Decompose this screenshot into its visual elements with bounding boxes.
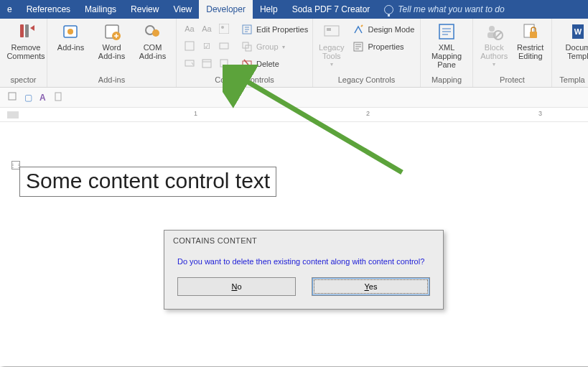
document-template-button[interactable]: W Docum Templ (558, 22, 588, 60)
chevron-down-icon: ▾ (330, 62, 333, 68)
restrict-editing-label: Restrict Editing (515, 43, 546, 60)
legacy-tools-label: Legacy Tools (319, 43, 344, 60)
addins-label: Add-ins (57, 43, 84, 52)
tell-me-search[interactable]: Tell me what you want to do (377, 0, 511, 19)
cc-dropdown-icon[interactable] (182, 56, 197, 70)
svg-text:W: W (574, 27, 582, 36)
group-content-controls-label: Content Controls (182, 74, 307, 87)
block-authors-button[interactable]: Block Authors ▾ (479, 22, 510, 68)
cc-buildingblock-icon[interactable] (182, 39, 197, 53)
chevron-down-icon: ▾ (493, 62, 495, 68)
block-authors-icon (484, 22, 504, 42)
cc-combobox-icon[interactable] (217, 39, 231, 53)
group-mapping-label: Mapping (426, 74, 467, 87)
tab-references[interactable]: References (19, 0, 78, 19)
properties-icon (241, 24, 253, 35)
cc-picture-icon[interactable] (217, 22, 231, 36)
yes-rest: es (369, 282, 378, 291)
com-addins-label: COM Add-ins (135, 43, 170, 60)
group-spector: Remove Comments spector (0, 19, 47, 87)
svg-rect-31 (9, 93, 16, 100)
restrict-editing-icon (521, 22, 541, 42)
cc-checkbox-icon[interactable]: ☑ (200, 39, 214, 53)
tool-icon[interactable] (7, 91, 17, 103)
no-rest: o (237, 282, 241, 291)
confirm-dialog: CONTAINS CONTENT Do you want to delete t… (164, 230, 444, 310)
edit-properties-button[interactable]: Edit Properties (238, 22, 311, 37)
cc-plaintext-icon[interactable]: Aa (200, 22, 214, 36)
content-control-text: Some content control text (26, 169, 270, 192)
group-mapping: XML Mapping Pane Mapping (421, 19, 473, 87)
group-button[interactable]: Group ▾ (238, 39, 311, 55)
group-label: Group (256, 42, 279, 51)
word-doc-icon: W (568, 22, 588, 42)
restrict-editing-button[interactable]: Restrict Editing (515, 22, 546, 60)
legacy-tools-button[interactable]: Legacy Tools ▾ (319, 22, 344, 68)
svg-rect-10 (185, 42, 194, 50)
word-addins-icon (102, 22, 122, 42)
ruler-tick: 2 (366, 110, 370, 117)
word-window: e References Mailings Review View Develo… (0, 0, 588, 367)
com-addins-button[interactable]: COM Add-ins (135, 22, 170, 60)
com-addins-icon (143, 22, 163, 42)
edit-properties-label: Edit Properties (256, 25, 308, 34)
group-addins-label: Add-ins (53, 74, 170, 87)
delete-label: Delete (256, 60, 279, 68)
secondary-toolbar: ▢ A (0, 88, 588, 108)
group-icon (241, 41, 253, 52)
tab-soda-pdf[interactable]: Soda PDF 7 Creator (285, 0, 378, 19)
svg-rect-28 (530, 32, 537, 38)
chevron-down-icon: ▾ (282, 44, 285, 50)
group-legacy-controls: Legacy Tools ▾ Design Mode Properties Le… (313, 19, 421, 87)
remove-comments-button[interactable]: Remove Comments (6, 22, 46, 60)
properties-list-icon (353, 41, 364, 52)
tab-help[interactable]: Help (253, 0, 285, 19)
ruler-indent-marker[interactable] (7, 111, 19, 119)
addins-button[interactable]: Add-ins (53, 22, 88, 52)
group-legacy-label: Legacy Controls (319, 74, 414, 87)
xml-mapping-icon (437, 22, 457, 42)
tab-view[interactable]: View (166, 0, 199, 19)
tab-mailings[interactable]: Mailings (78, 0, 123, 19)
svg-point-3 (67, 29, 73, 34)
design-mode-label: Design Mode (368, 25, 414, 34)
svg-point-7 (152, 29, 159, 37)
delete-button[interactable]: Delete (238, 56, 311, 72)
xml-mapping-button[interactable]: XML Mapping Pane (426, 22, 467, 69)
ribbon: Remove Comments spector Add-ins Word Add… (0, 19, 588, 88)
design-mode-icon (353, 24, 364, 35)
svg-rect-13 (202, 60, 211, 68)
group-protect-label: Protect (479, 74, 546, 87)
dialog-buttons: No Yes (164, 277, 443, 309)
word-addins-label: Word Add-ins (94, 43, 129, 60)
block-authors-label: Block Authors (479, 43, 510, 60)
cc-datepicker-icon[interactable] (200, 56, 214, 70)
document-template-label: Docum Templ (558, 43, 588, 60)
tab-review[interactable]: Review (123, 0, 166, 19)
font-a-icon[interactable]: A (39, 93, 46, 103)
cc-repeating-icon[interactable] (217, 56, 231, 70)
group-templates: W Docum Templ Templa (552, 19, 588, 87)
tell-me-text: Tell me what you want to do (398, 4, 504, 14)
svg-rect-11 (220, 43, 228, 49)
design-mode-button[interactable]: Design Mode (350, 22, 417, 37)
svg-point-24 (489, 26, 495, 32)
tab-developer[interactable]: Developer (199, 0, 253, 19)
yes-button[interactable]: Yes (312, 277, 430, 296)
svg-rect-0 (20, 24, 24, 37)
ruler[interactable]: 1 2 3 (0, 108, 588, 122)
content-control[interactable]: Some content control text (19, 167, 276, 197)
paste-icon[interactable] (53, 91, 63, 103)
ruler-tick: 1 (194, 110, 197, 117)
cc-richtext-icon[interactable]: Aa (182, 22, 197, 36)
ruler-tick: 3 (538, 110, 542, 117)
group-addins: Add-ins Word Add-ins COM Add-ins Add-ins (47, 19, 177, 87)
word-addins-button[interactable]: Word Add-ins (94, 22, 129, 60)
svg-rect-32 (55, 93, 61, 101)
xml-mapping-label: XML Mapping Pane (426, 43, 467, 69)
lightbulb-icon (384, 5, 393, 14)
properties-button[interactable]: Properties (350, 39, 417, 55)
tab-fragment[interactable]: e (0, 0, 19, 19)
save-icon[interactable]: ▢ (24, 93, 32, 103)
no-button[interactable]: No (177, 277, 296, 296)
